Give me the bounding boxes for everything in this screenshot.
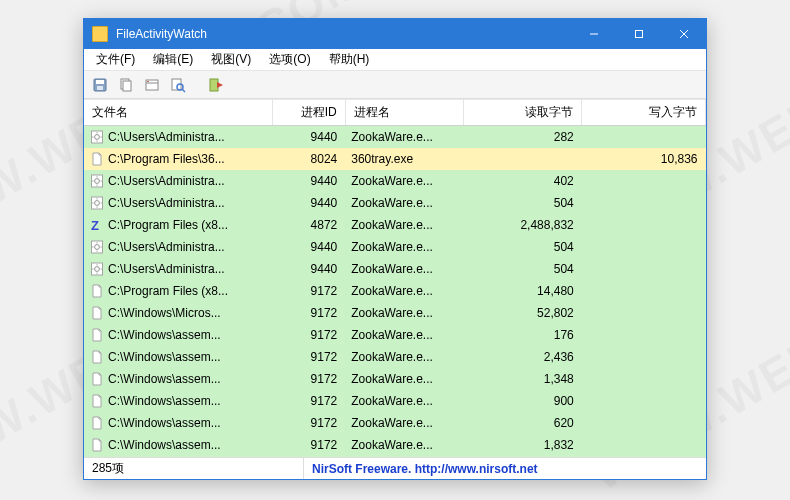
table-row[interactable]: C:\Windows\assem...9172ZookaWare.e...1,3… — [84, 368, 706, 390]
col-filename[interactable]: 文件名 — [84, 100, 272, 126]
cell-read: 14,480 — [464, 280, 582, 302]
table-row[interactable]: C:\Users\Administra...9440ZookaWare.e...… — [84, 192, 706, 214]
table-row[interactable]: C:\Users\Administra...9440ZookaWare.e...… — [84, 170, 706, 192]
cell-filename: C:\Windows\assem... — [84, 324, 272, 346]
file-icon — [90, 130, 104, 144]
menu-file[interactable]: 文件(F) — [88, 49, 143, 70]
cell-write — [582, 346, 706, 368]
cell-read: 1,832 — [464, 434, 582, 456]
cell-pid: 9172 — [272, 434, 345, 456]
cell-process: ZookaWare.e... — [345, 368, 463, 390]
cell-process: ZookaWare.e... — [345, 192, 463, 214]
file-icon — [90, 306, 104, 320]
table-row[interactable]: C:\Users\Administra...9440ZookaWare.e...… — [84, 126, 706, 148]
cell-pid: 9440 — [272, 236, 345, 258]
cell-pid: 9172 — [272, 456, 345, 458]
cell-filename: C:\Program Files\36... — [84, 148, 272, 170]
minimize-button[interactable] — [571, 19, 616, 49]
col-pid[interactable]: 进程ID — [272, 100, 345, 126]
file-icon — [90, 372, 104, 386]
cell-process: 360tray.exe — [345, 148, 463, 170]
cell-read: 620 — [464, 412, 582, 434]
cell-pid: 9172 — [272, 412, 345, 434]
col-process[interactable]: 进程名 — [345, 100, 463, 126]
file-icon — [90, 416, 104, 430]
cell-read: 176 — [464, 324, 582, 346]
cell-process: ZookaWare.e... — [345, 258, 463, 280]
titlebar[interactable]: FileActivityWatch — [84, 19, 706, 49]
file-icon — [90, 174, 104, 188]
statusbar: 285项 NirSoft Freeware. http://www.nirsof… — [84, 457, 706, 479]
cell-read: 52,802 — [464, 302, 582, 324]
cell-pid: 9440 — [272, 126, 345, 148]
table-row[interactable]: C:\Windows\assem...9172ZookaWare.e...620 — [84, 412, 706, 434]
cell-write — [582, 390, 706, 412]
properties-icon[interactable] — [142, 75, 162, 95]
file-icon — [90, 240, 104, 254]
cell-filename: C:\Program Files (x8... — [84, 280, 272, 302]
menu-edit[interactable]: 编辑(E) — [145, 49, 201, 70]
table-row[interactable]: C:\Program Files\36...8024360tray.exe10,… — [84, 148, 706, 170]
cell-filename: C:\Windows\assem... — [84, 390, 272, 412]
exit-icon[interactable] — [206, 75, 226, 95]
col-readbytes[interactable]: 读取字节 — [464, 100, 582, 126]
cell-pid: 9172 — [272, 368, 345, 390]
status-brand-link[interactable]: NirSoft Freeware. http://www.nirsoft.net — [304, 462, 706, 476]
cell-write — [582, 324, 706, 346]
table-row[interactable]: C:\Program Files (x8...9172ZookaWare.e..… — [84, 280, 706, 302]
cell-filename: C:\Windows\assem... — [84, 346, 272, 368]
cell-read: 900 — [464, 390, 582, 412]
save-icon[interactable] — [90, 75, 110, 95]
cell-process: ZookaWare.e... — [345, 434, 463, 456]
file-icon — [90, 262, 104, 276]
cell-read: 2,488,832 — [464, 214, 582, 236]
copy-icon[interactable] — [116, 75, 136, 95]
svg-text:Z: Z — [91, 218, 99, 232]
cell-pid: 9440 — [272, 192, 345, 214]
cell-pid: 9440 — [272, 258, 345, 280]
cell-process: ZookaWare.e... — [345, 390, 463, 412]
cell-read: 402 — [464, 170, 582, 192]
table-row[interactable]: C:\Users\Administra...9440ZookaWare.e...… — [84, 236, 706, 258]
cell-filename: C:\Users\Administra... — [84, 170, 272, 192]
table-row[interactable]: C:\Windows\assem...9172ZookaWare.e...2,4… — [84, 346, 706, 368]
menu-view[interactable]: 视图(V) — [203, 49, 259, 70]
cell-filename: C:\Windows\assem... — [84, 368, 272, 390]
table-row[interactable]: C:\Windows\Micros...9172ZookaWare.e...52… — [84, 302, 706, 324]
cell-process: ZookaWare.e... — [345, 302, 463, 324]
cell-filename: C:\Windows\assem — [84, 456, 272, 458]
file-icon — [90, 196, 104, 210]
cell-filename: C:\Windows\Micros... — [84, 302, 272, 324]
col-writebytes[interactable]: 写入字节 — [582, 100, 706, 126]
file-icon — [90, 438, 104, 452]
cell-filename: C:\Windows\assem... — [84, 412, 272, 434]
find-icon[interactable] — [168, 75, 188, 95]
svg-rect-6 — [97, 86, 103, 90]
maximize-button[interactable] — [616, 19, 661, 49]
table-row[interactable]: C:\Windows\assem9172ZookaWare e572 — [84, 456, 706, 458]
file-icon: Z — [90, 218, 104, 232]
cell-write — [582, 236, 706, 258]
table-row[interactable]: C:\Windows\assem...9172ZookaWare.e...1,8… — [84, 434, 706, 456]
file-icon — [90, 350, 104, 364]
cell-pid: 4872 — [272, 214, 345, 236]
cell-write — [582, 434, 706, 456]
cell-process: ZookaWare.e... — [345, 236, 463, 258]
table-row[interactable]: C:\Windows\assem...9172ZookaWare.e...900 — [84, 390, 706, 412]
window-title: FileActivityWatch — [116, 27, 571, 41]
status-count: 285项 — [84, 458, 304, 479]
menu-help[interactable]: 帮助(H) — [321, 49, 378, 70]
table-row[interactable]: C:\Users\Administra...9440ZookaWare.e...… — [84, 258, 706, 280]
table-row[interactable]: C:\Windows\assem...9172ZookaWare.e...176 — [84, 324, 706, 346]
menu-options[interactable]: 选项(O) — [261, 49, 318, 70]
cell-pid: 8024 — [272, 148, 345, 170]
cell-read: 572 — [464, 456, 582, 458]
file-icon — [90, 328, 104, 342]
cell-process: ZookaWare e — [345, 456, 463, 458]
menubar: 文件(F) 编辑(E) 视图(V) 选项(O) 帮助(H) — [84, 49, 706, 71]
listview-scroll[interactable]: 文件名 进程ID 进程名 读取字节 写入字节 C:\Users\Administ… — [84, 99, 706, 457]
app-icon — [92, 26, 108, 42]
table-row[interactable]: ZC:\Program Files (x8...4872ZookaWare.e.… — [84, 214, 706, 236]
close-button[interactable] — [661, 19, 706, 49]
cell-filename: C:\Users\Administra... — [84, 192, 272, 214]
